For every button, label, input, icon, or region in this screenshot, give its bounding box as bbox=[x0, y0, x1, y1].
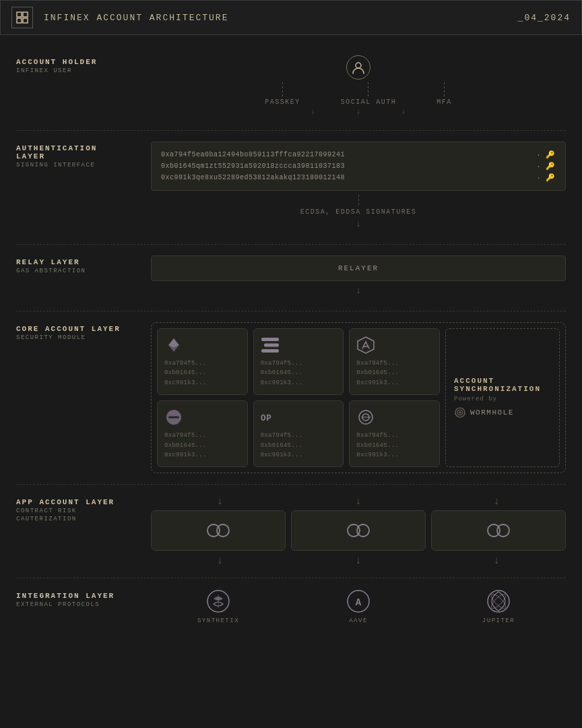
relay-layer-label: RELAY LAYER GAS ABSTRACTION bbox=[16, 255, 151, 274]
avatar bbox=[346, 55, 370, 80]
integration-grid: SYNTHETIX A AAVE bbox=[151, 589, 566, 624]
account-sync-box: ACCOUNT SYNCHRONIZATION Powered by WOR bbox=[445, 328, 560, 467]
svg-rect-7 bbox=[261, 338, 279, 341]
account-holder-content: PASSKEY SOCIAL AUTH MFA ↓ ↓ ↓ bbox=[151, 55, 566, 119]
svg-point-22 bbox=[348, 524, 360, 537]
svg-point-4 bbox=[356, 63, 361, 68]
svg-rect-2 bbox=[17, 18, 22, 23]
svg-rect-0 bbox=[17, 12, 22, 17]
account-holder-section: ACCOUNT HOLDER INFINEX USER PASSKEY bbox=[16, 49, 566, 119]
core-dashed-outline: 0xa794f5... 0xb01645... 0xc991k3... bbox=[151, 322, 566, 473]
core-grid-wrapper: 0xa794f5... 0xb01645... 0xc991k3... bbox=[157, 328, 560, 467]
app-layer-label: APP ACCOUNT LAYER CONTRACT RISK CAUTERIZ… bbox=[16, 495, 151, 522]
header-title: INFINEX ACCOUNT ARCHITECTURE bbox=[44, 13, 518, 23]
wormhole-logo: WORMHOLE bbox=[454, 406, 551, 419]
aave-icon: A bbox=[346, 589, 370, 613]
svg-rect-8 bbox=[264, 344, 279, 347]
auth-addr-row-2: 0xc991k3qe8xu52289ed53812akakq1231800121… bbox=[161, 173, 556, 182]
auth-layer-section: AUTHENTICATION LAYER SIGNING INTERFACE 0… bbox=[16, 142, 566, 233]
svg-text:OP: OP bbox=[261, 414, 271, 423]
svg-point-21 bbox=[217, 524, 229, 537]
relay-layer-section: RELAY LAYER GAS ABSTRACTION RELAYER ↓ bbox=[16, 255, 566, 300]
chain-card-op: OP 0xa794f5... 0xb01645... 0xc991k3... bbox=[253, 400, 344, 467]
core-layer-section: CORE ACCOUNT LAYER SECURITY MODULE bbox=[16, 322, 566, 473]
chain-card-sol: 0xa794f5... 0xb01645... 0xc991k3... bbox=[253, 328, 344, 395]
svg-point-30 bbox=[488, 590, 509, 612]
app-card-grid bbox=[151, 510, 566, 551]
jupiter-icon bbox=[486, 589, 511, 613]
app-layer-content: ↓ ↓ ↓ bbox=[151, 495, 566, 567]
account-holder-label: ACCOUNT HOLDER INFINEX USER bbox=[16, 55, 151, 74]
integration-aave: A AAVE bbox=[291, 589, 426, 624]
synthetix-icon bbox=[206, 589, 230, 613]
svg-text:A: A bbox=[356, 597, 362, 608]
chain-card-gnosis: 0xa794f5... 0xb01645... 0xc991k3... bbox=[157, 400, 248, 467]
integration-jupiter: JUPITER bbox=[431, 589, 566, 624]
gnosis-logo bbox=[164, 408, 183, 427]
auth-addr-row-0: 0xa794f5ea0ba12494bo859113fffca922170992… bbox=[161, 150, 556, 159]
auth-addr-row-1: 0xb01645qm1zt552931a592018zccca398110371… bbox=[161, 162, 556, 171]
passkey-label: PASSKEY bbox=[265, 98, 300, 106]
svg-point-20 bbox=[207, 524, 220, 537]
auth-box: 0xa794f5ea0ba12494bo859113fffca922170992… bbox=[151, 142, 566, 191]
svg-point-19 bbox=[459, 412, 461, 414]
mfa-label: MFA bbox=[437, 98, 452, 106]
integration-layer-section: INTEGRATION LAYER EXTERNAL PROTOCOLS SYN bbox=[16, 589, 566, 635]
svg-rect-3 bbox=[23, 18, 28, 23]
svg-rect-12 bbox=[168, 417, 179, 419]
integration-layer-label: INTEGRATION LAYER EXTERNAL PROTOCOLS bbox=[16, 589, 151, 608]
arb-logo bbox=[356, 336, 375, 355]
chain-card-poly: 0xa794f5... 0xb01645... 0xc991k3... bbox=[349, 400, 440, 467]
social-auth-label: SOCIAL AUTH bbox=[341, 98, 397, 106]
svg-point-23 bbox=[357, 524, 369, 537]
svg-marker-10 bbox=[358, 337, 374, 353]
integration-layer-content: SYNTHETIX A AAVE bbox=[151, 589, 566, 624]
eth-logo bbox=[164, 336, 183, 355]
app-layer-section: APP ACCOUNT LAYER CONTRACT RISK CAUTERIZ… bbox=[16, 495, 566, 567]
app-arrows-bottom: ↓ ↓ ↓ bbox=[151, 555, 566, 567]
poly-logo bbox=[356, 408, 375, 427]
chain-grid: 0xa794f5... 0xb01645... 0xc991k3... bbox=[157, 328, 440, 467]
svg-rect-1 bbox=[23, 12, 28, 17]
chain-card-eth: 0xa794f5... 0xb01645... 0xc991k3... bbox=[157, 328, 248, 395]
relay-layer-content: RELAYER ↓ bbox=[151, 255, 566, 300]
auth-layer-content: 0xa794f5ea0ba12494bo859113fffca922170992… bbox=[151, 142, 566, 233]
core-layer-content: 0xa794f5... 0xb01645... 0xc991k3... bbox=[151, 322, 566, 473]
relayer-box: RELAYER bbox=[151, 255, 566, 281]
app-card-2 bbox=[431, 510, 566, 551]
app-arrows-top: ↓ ↓ ↓ bbox=[151, 495, 566, 508]
app-card-1 bbox=[291, 510, 426, 551]
header: INFINEX ACCOUNT ARCHITECTURE _04_2024 bbox=[0, 0, 582, 35]
svg-point-25 bbox=[497, 524, 509, 537]
header-date: _04_2024 bbox=[518, 13, 571, 23]
core-layer-label: CORE ACCOUNT LAYER SECURITY MODULE bbox=[16, 322, 151, 341]
chain-card-arb: 0xa794f5... 0xb01645... 0xc991k3... bbox=[349, 328, 440, 395]
auth-layer-label: AUTHENTICATION LAYER SIGNING INTERFACE bbox=[16, 142, 151, 169]
sol-logo bbox=[261, 336, 280, 355]
integration-synthetix: SYNTHETIX bbox=[151, 589, 286, 624]
op-logo: OP bbox=[261, 408, 280, 427]
header-logo bbox=[11, 7, 33, 28]
signature-label: ECDSA, EDDSA SIGNATURES bbox=[300, 208, 417, 216]
app-card-0 bbox=[151, 510, 286, 551]
svg-rect-9 bbox=[261, 349, 279, 353]
svg-point-24 bbox=[488, 524, 500, 537]
